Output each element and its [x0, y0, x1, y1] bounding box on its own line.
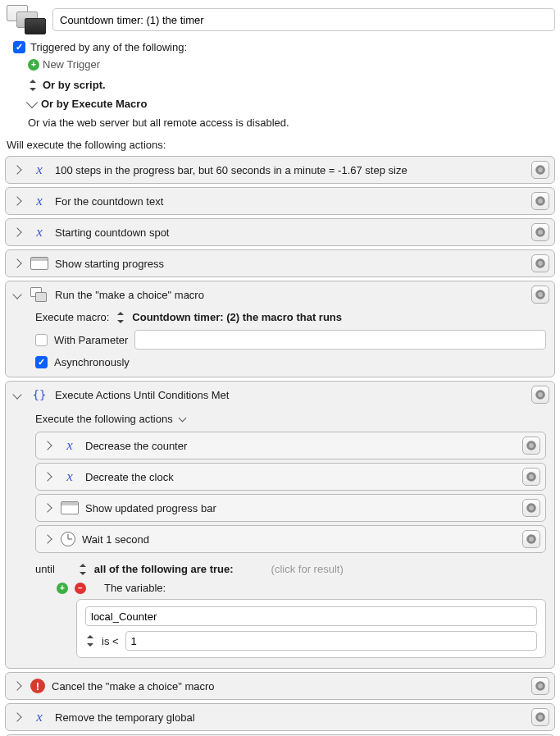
action-gear-button[interactable] [531, 708, 549, 726]
updown-icon[interactable] [85, 635, 95, 647]
action-title: Show starting progress [55, 258, 525, 270]
disclosure-toggle[interactable] [11, 391, 24, 398]
chevron-right-icon [12, 258, 21, 267]
chevron-right-icon [12, 196, 21, 205]
variable-icon [30, 194, 48, 208]
chevron-right-icon [12, 681, 21, 690]
action-gear-button[interactable] [522, 468, 540, 486]
chevron-right-icon [12, 227, 21, 236]
execute-macro-label: Execute macro: [35, 311, 109, 323]
window-icon [61, 501, 79, 514]
disclosure-toggle[interactable] [11, 714, 24, 720]
action-gear-button[interactable] [531, 192, 549, 210]
comparison-value-input[interactable] [125, 631, 537, 651]
plus-icon [28, 59, 39, 71]
disclosure-toggle[interactable] [11, 683, 24, 689]
action-row: For the countdown text [5, 187, 555, 215]
variable-icon [30, 710, 48, 725]
run-macro-icon [30, 287, 48, 302]
disclosure-toggle[interactable] [41, 536, 54, 542]
variable-label: The variable: [104, 582, 166, 594]
chevron-right-icon [43, 503, 52, 512]
action-title: Cancel the "make a choice" macro [52, 680, 525, 693]
action-title: Remove the temporary global [55, 711, 525, 724]
until-mode[interactable]: all of the following are true: [94, 563, 234, 575]
warning-icon [30, 679, 45, 693]
chevron-right-icon [43, 534, 52, 543]
disclosure-toggle[interactable] [11, 291, 24, 298]
chevron-right-icon [12, 165, 21, 174]
action-gear-button[interactable] [522, 437, 540, 455]
window-icon [30, 257, 48, 270]
add-condition-button[interactable] [57, 583, 68, 594]
action-gear-button[interactable] [531, 677, 549, 695]
action-gear-button[interactable] [531, 254, 549, 272]
nested-action-row: Wait 1 second [35, 525, 546, 553]
operator-select[interactable]: is < [102, 635, 119, 647]
new-trigger-label: New Trigger [43, 58, 100, 71]
action-row: Cancel the "make a choice" macro [5, 672, 555, 700]
updown-icon[interactable] [78, 564, 88, 575]
or-execute-label: Or by Execute Macro [41, 98, 147, 110]
execute-macro-target[interactable]: Countdown timer: (2) the macro that runs [132, 311, 342, 323]
click-result-hint[interactable]: (click for result) [271, 563, 344, 575]
variable-icon [61, 469, 79, 484]
action-gear-button[interactable] [531, 386, 549, 404]
action-title: Execute Actions Until Conditions Met [55, 389, 525, 401]
action-row: 100 steps in the progress bar, but 60 se… [5, 156, 555, 184]
chevron-down-icon [12, 290, 21, 299]
async-checkbox[interactable] [35, 356, 48, 368]
action-gear-button[interactable] [522, 499, 540, 517]
new-trigger-button[interactable]: New Trigger [28, 58, 555, 71]
disclosure-toggle[interactable] [11, 229, 24, 235]
web-server-note: Or via the web server but all remote acc… [28, 117, 555, 129]
updown-icon[interactable] [116, 312, 125, 323]
disclosure-toggle[interactable] [11, 167, 24, 173]
disclosure-toggle[interactable] [11, 198, 24, 204]
chevron-down-icon[interactable] [178, 414, 186, 422]
action-title: Starting countdown spot [55, 226, 525, 239]
parameter-input[interactable] [134, 330, 546, 350]
chevron-right-icon [12, 712, 21, 721]
disclosure-toggle[interactable] [11, 260, 24, 267]
macro-group-icon [5, 5, 46, 34]
trigger-enabled-checkbox[interactable] [13, 41, 25, 53]
chevron-down-icon[interactable] [26, 97, 38, 108]
action-row-loop: Execute Actions Until Conditions Met Exe… [5, 381, 555, 669]
condition-box: is < [76, 599, 546, 658]
action-title: Wait 1 second [82, 533, 516, 546]
action-title: Show updated progress bar [85, 502, 516, 514]
clock-icon [61, 532, 75, 546]
disclosure-toggle[interactable] [41, 505, 54, 511]
action-gear-button[interactable] [522, 530, 540, 548]
remove-condition-button[interactable] [75, 583, 86, 594]
variable-icon [30, 225, 48, 240]
action-title: Run the "make a choice" macro [55, 289, 525, 301]
nested-action-row: Show updated progress bar [35, 494, 546, 522]
variable-name-input[interactable] [85, 606, 537, 626]
loop-icon [30, 387, 48, 402]
chevron-right-icon [43, 472, 52, 481]
chevron-right-icon [43, 441, 52, 450]
chevron-down-icon [12, 390, 21, 399]
async-label: Asynchronously [54, 356, 130, 368]
action-title: For the countdown text [55, 195, 525, 208]
with-parameter-label: With Parameter [54, 334, 128, 346]
action-gear-button[interactable] [531, 223, 549, 241]
trigger-label: Triggered by any of the following: [30, 41, 187, 53]
disclosure-toggle[interactable] [41, 442, 54, 449]
action-row: Show starting progress [5, 249, 555, 277]
until-label: until [35, 563, 55, 575]
updown-icon[interactable] [28, 80, 38, 91]
or-script-label: Or by script. [43, 79, 106, 91]
disclosure-toggle[interactable] [41, 473, 54, 480]
nested-action-row: Decrease the counter [35, 432, 546, 459]
with-parameter-checkbox[interactable] [35, 334, 48, 346]
action-row-run-macro: Run the "make a choice" macro Execute ma… [5, 281, 555, 377]
action-gear-button[interactable] [531, 286, 549, 304]
action-gear-button[interactable] [531, 161, 549, 179]
macro-title-input[interactable] [52, 8, 555, 31]
will-execute-label: Will execute the following actions: [7, 139, 555, 151]
action-title: Decreate the clock [85, 471, 516, 483]
action-title: Decrease the counter [85, 440, 516, 452]
